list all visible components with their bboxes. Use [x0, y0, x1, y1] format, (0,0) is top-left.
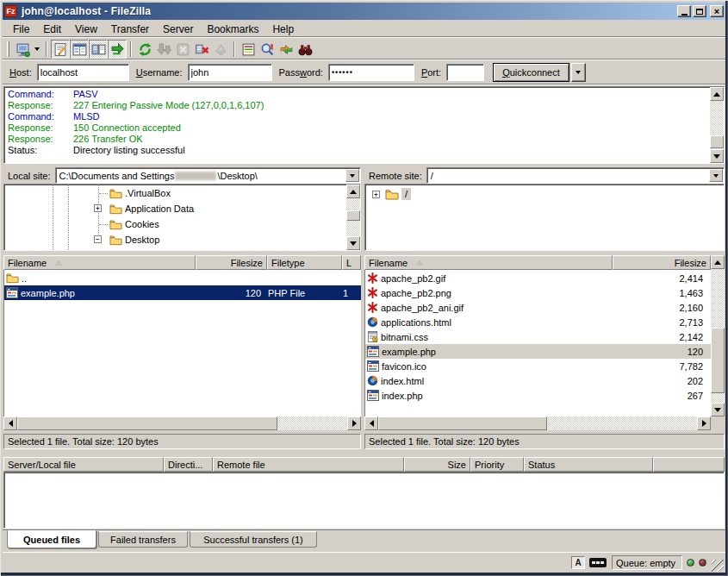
remote-path-combo[interactable]: / — [426, 167, 725, 184]
quickconnect-button[interactable]: Quickconnect — [493, 63, 569, 82]
collapse-icon[interactable]: − — [94, 235, 102, 243]
scroll-down-button[interactable] — [710, 149, 724, 163]
menu-item-server[interactable]: Server — [156, 22, 200, 37]
menu-item-transfer[interactable]: Transfer — [104, 22, 156, 37]
find-files-button[interactable] — [296, 40, 314, 59]
scroll-right-button[interactable] — [347, 416, 361, 430]
tree-item-label: Cookies — [125, 219, 159, 229]
tree-item-application-data[interactable]: + Application Data — [4, 201, 360, 216]
file-row-example-php[interactable]: example.php 120 — [365, 344, 711, 359]
filename: index.html — [381, 376, 424, 386]
menu-item-file[interactable]: File — [6, 22, 36, 37]
site-manager-dropdown-button[interactable] — [32, 40, 42, 59]
expand-icon[interactable]: + — [372, 191, 380, 198]
synchronized-browsing-button[interactable] — [277, 40, 296, 59]
sync-browsing-icon — [279, 42, 294, 57]
file-row[interactable]: index.html 202 — [365, 373, 711, 388]
scroll-left-button[interactable] — [3, 416, 17, 430]
local-hscrollbar[interactable] — [3, 416, 361, 430]
scroll-thumb[interactable] — [711, 328, 725, 393]
maximize-button[interactable] — [693, 5, 706, 17]
parent-directory-row[interactable]: .. — [4, 271, 361, 285]
file-row-example-php[interactable]: example.php 120 PHP File 1 — [4, 285, 361, 300]
local-tree-scrollbar[interactable] — [346, 185, 360, 250]
password-input[interactable] — [328, 64, 414, 81]
minimize-button[interactable] — [677, 5, 691, 17]
column-header-server-local-file[interactable]: Server/Local file — [3, 457, 164, 472]
column-header-filesize[interactable]: Filesize — [196, 255, 267, 270]
column-header-size[interactable]: Size — [404, 457, 470, 472]
toggle-message-log-button[interactable] — [51, 40, 70, 59]
column-header-filetype[interactable]: Filetype — [267, 255, 342, 270]
column-header-filename[interactable]: Filename — [3, 255, 196, 270]
scroll-left-button[interactable] — [364, 416, 378, 430]
scroll-up-button[interactable] — [711, 255, 725, 269]
column-header-priority[interactable]: Priority — [470, 457, 524, 472]
file-row[interactable]: apache_pb2.png 1,463 — [365, 285, 711, 300]
toolbar-grip[interactable] — [7, 41, 9, 57]
menu-item-view[interactable]: View — [68, 22, 104, 37]
site-manager-button[interactable] — [13, 40, 32, 59]
column-header-filename[interactable]: Filename — [364, 255, 613, 270]
tree-item-desktop[interactable]: − Desktop — [4, 232, 360, 247]
tab-successful-transfers[interactable]: Successful transfers (1) — [190, 531, 317, 548]
combo-dropdown-button[interactable] — [345, 169, 359, 182]
scroll-thumb[interactable] — [17, 416, 277, 430]
log-scrollbar[interactable] — [710, 87, 724, 163]
last-modified: 1 — [343, 285, 360, 300]
file-row[interactable]: index.php 267 — [365, 388, 711, 403]
process-queue-button[interactable] — [154, 40, 173, 59]
tree-item-virtualbox[interactable]: .VirtualBox — [4, 185, 360, 201]
tab-failed-transfers[interactable]: Failed transfers — [98, 531, 188, 548]
directory-comparison-button[interactable] — [258, 40, 277, 59]
scroll-thumb[interactable] — [710, 135, 724, 148]
reconnect-button[interactable] — [211, 40, 230, 59]
column-header-filesize[interactable]: Filesize — [613, 255, 711, 270]
scroll-up-button[interactable] — [346, 185, 360, 198]
file-row[interactable]: applications.html 2,713 — [365, 315, 711, 329]
menu-item-edit[interactable]: Edit — [36, 22, 68, 37]
toggle-remote-tree-button[interactable] — [89, 40, 108, 59]
cancel-operation-button[interactable] — [173, 40, 192, 59]
quickconnect-dropdown-button[interactable] — [571, 63, 586, 82]
remote-vscrollbar[interactable] — [711, 255, 725, 416]
port-input[interactable] — [446, 64, 484, 81]
column-header-remote-file[interactable]: Remote file — [213, 457, 404, 472]
disconnect-button[interactable] — [192, 40, 211, 59]
resize-grip[interactable] — [712, 560, 724, 572]
filezilla-app-icon[interactable]: Fz — [4, 5, 17, 17]
refresh-button[interactable] — [135, 40, 154, 59]
column-header-last-modified[interactable]: L — [342, 255, 361, 270]
close-button[interactable]: × — [710, 5, 724, 17]
tree-item-cookies[interactable]: Cookies — [4, 216, 360, 232]
file-row[interactable]: apache_pb2_ani.gif 2,160 — [365, 300, 711, 315]
scroll-right-button[interactable] — [697, 416, 711, 430]
scroll-down-button[interactable] — [711, 403, 725, 416]
column-header-status[interactable]: Status — [524, 457, 653, 472]
file-row[interactable]: favicon.ico 7,782 — [365, 359, 711, 373]
host-input[interactable] — [37, 64, 129, 81]
remote-path-value: / — [431, 171, 433, 181]
scroll-down-button[interactable] — [346, 236, 360, 250]
expand-icon[interactable]: + — [94, 204, 102, 212]
directory-filters-button[interactable] — [239, 40, 258, 59]
menu-item-help[interactable]: Help — [265, 22, 301, 37]
remote-hscrollbar[interactable] — [364, 416, 711, 430]
menu-item-bookmarks[interactable]: Bookmarks — [200, 22, 265, 37]
titlebar[interactable]: Fz john@localhost - FileZilla × — [3, 3, 725, 20]
tree-item-root[interactable]: + / — [365, 186, 724, 202]
ascii-data-type-icon[interactable]: A — [571, 556, 585, 569]
scroll-up-button[interactable] — [710, 87, 724, 101]
column-header-direction[interactable]: Directi... — [164, 457, 213, 472]
username-input[interactable] — [188, 64, 272, 81]
combo-dropdown-button[interactable] — [709, 169, 723, 182]
scroll-thumb[interactable] — [346, 210, 360, 221]
toggle-local-tree-button[interactable] — [70, 40, 89, 59]
local-path-combo[interactable]: C:\Documents and Settings\Desktop\ — [55, 167, 361, 184]
toggle-transfer-queue-button[interactable] — [108, 40, 127, 59]
tab-queued-files[interactable]: Queued files — [7, 530, 96, 548]
file-row[interactable]: bitnami.css 2,142 — [365, 329, 711, 344]
scroll-thumb[interactable] — [378, 416, 547, 430]
speed-limit-icon[interactable] — [589, 558, 607, 567]
file-row[interactable]: apache_pb2.gif 2,414 — [365, 271, 711, 285]
